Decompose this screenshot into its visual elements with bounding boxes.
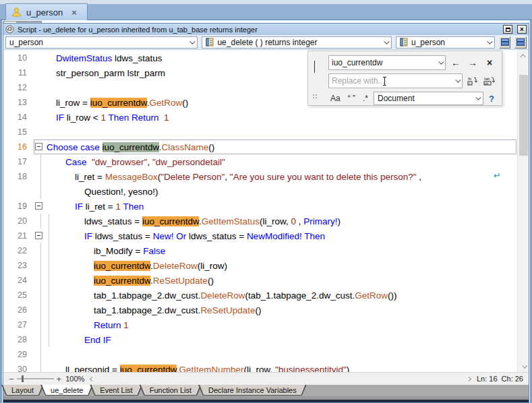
pane-layout-button-1[interactable] [499,36,511,49]
line-number: 19 [3,202,33,211]
zoom-in-button[interactable]: + [57,374,62,384]
zoom-out-button[interactable]: − [9,374,14,384]
bottom-tab-declare-instance-variables[interactable]: Declare Instance Variables [198,385,307,396]
fold-column [33,140,47,154]
scope-select[interactable]: Document [374,92,483,105]
svg-text:fb: fb [468,77,472,81]
event-combo[interactable]: ue_delete ( ) returns integer [202,36,392,49]
regex-toggle[interactable]: .* [361,92,370,105]
code-line[interactable]: 24iuo_currentdw.ReSetUpdate() [3,273,517,288]
fold-guide [40,258,41,273]
collapse-panel-button[interactable] [314,61,315,73]
code-token: , [147,157,152,167]
drag-handle-icon[interactable] [312,94,318,100]
fold-guide [40,317,41,332]
find-previous-button[interactable]: ← [449,56,463,69]
code-line[interactable]: 18li_ret = MessageBox("Delete Person", "… [3,169,517,184]
code-token: DwitemStatus [56,53,112,63]
fold-guide [40,303,41,317]
pane-layout-button-2[interactable] [514,36,527,49]
close-find-panel-button[interactable]: × [483,56,496,69]
code-token: iuo_currentdw [94,261,150,271]
line-number: 14 [3,113,33,122]
code-line[interactable]: 23iuo_currentdw.DeleteRow(li_row) [3,258,517,273]
replace-next-button[interactable]: fbc [466,74,479,88]
code-line[interactable]: 29 [3,347,517,362]
bottom-edge [3,400,529,402]
zoom-slider-thumb[interactable] [22,375,24,382]
script-window-titlebar[interactable]: Script - ue_delete for u_person inherite… [3,24,529,35]
zoom-slider[interactable] [17,378,54,379]
chevron-up-icon [520,54,525,59]
code-line[interactable]: Question!, yesno!) [3,184,517,199]
code-line[interactable]: 30ll_personid = iuo_currentdw.GetItemNum… [3,362,517,372]
replace-input[interactable] [332,76,455,86]
scroll-right-arrow[interactable] [467,376,471,381]
fold-guide [40,347,41,362]
bottom-tab-ue_delete[interactable]: ue_delete [40,385,93,396]
code-line[interactable]: 25tab_1.tabpage_2.dw_cust.DeleteRow(tab_… [3,288,517,303]
vertical-scrollbar[interactable] [517,50,529,372]
code-line[interactable]: 26tab_1.tabpage_2.dw_cust.ReSetUpdate() [3,303,517,317]
code-line[interactable]: 28End IF [3,332,517,347]
fold-collapse-box[interactable] [35,232,42,239]
fold-collapse-box[interactable] [35,143,42,150]
code-line[interactable]: 15 [3,125,517,140]
fold-collapse-box[interactable] [35,202,42,210]
document-tab-label: u_person [26,7,63,18]
find-input[interactable] [332,58,438,67]
code-text: DwitemStatus ldws_status [47,53,162,63]
bottom-tab-function-list[interactable]: Function List [140,385,202,396]
bottom-tab-layout[interactable]: Layout [1,385,44,396]
code-line[interactable]: 22ib_Modify = False [3,243,517,258]
fold-guide [40,184,41,199]
whole-word-toggle[interactable]: “ ” [346,92,357,105]
code-token: ldws_status = [92,231,153,241]
line-number: 12 [3,83,33,92]
find-next-button[interactable]: → [466,56,479,69]
tab-shape: Declare Instance Variables [198,385,307,396]
code-text: Question!, yesno!) [47,187,158,197]
tab-close-icon[interactable]: × [71,7,77,18]
code-token: GetRow [149,98,182,108]
help-button[interactable]: ? [487,94,496,104]
close-button[interactable]: × [517,25,527,34]
instance-combo[interactable]: u_person [396,36,495,49]
scroll-down-arrow[interactable] [518,361,529,372]
line-number: 10 [3,53,33,63]
fold-column [33,80,47,95]
code-line[interactable]: 16Choose case iuo_currentdw.ClassName() [3,140,517,154]
scrollbar-thumb[interactable] [519,75,528,156]
code-line[interactable]: 17Case "dw_browser", "dw_persondetail" [3,154,517,169]
line-number: 18 [3,172,33,181]
scroll-up-arrow[interactable] [518,50,529,61]
code-text: tab_1.tabpage_2.dw_cust.DeleteRow(tab_1.… [47,290,397,301]
code-editor[interactable]: 10DwitemStatus ldws_status11str_person_p… [3,50,529,372]
code-token: MessageBox [105,172,158,182]
replace-all-button[interactable]: fabab [483,74,496,88]
code-token: DeleteRow [200,290,245,301]
code-line[interactable]: 21IF ldws_status = New! Or ldws_status =… [3,228,517,243]
fold-column [33,110,47,125]
object-combo[interactable]: u_person [5,36,198,49]
person-icon [11,7,22,17]
chevron-down-icon [487,38,492,44]
maximize-button[interactable] [503,25,512,34]
match-case-toggle[interactable]: Aa [328,92,343,105]
code-token: ) [347,365,350,373]
code-token: Case [65,157,87,167]
code-token: Return [131,113,159,123]
code-line[interactable]: 27Return 1 [3,317,517,332]
chevron-down-icon[interactable] [438,59,444,64]
document-tab-u-person[interactable]: u_person × [5,3,88,20]
bottom-tab-event-list[interactable]: Event List [90,385,142,396]
scroll-left-arrow[interactable] [90,376,94,381]
code-token: li_row < [64,113,100,123]
code-token: iuo_currentdw [120,365,177,373]
horizontal-scrollbar[interactable] [88,375,473,383]
chevron-down-icon[interactable] [455,77,461,82]
code-line[interactable]: 19IF li_ret = 1 Then [3,199,517,214]
code-line[interactable]: 14IF li_row < 1 Then Return 1 [3,110,517,125]
chevron-up-icon [314,61,315,73]
code-line[interactable]: 20ldws_status = iuo_currentdw.GetItemSta… [3,214,517,228]
